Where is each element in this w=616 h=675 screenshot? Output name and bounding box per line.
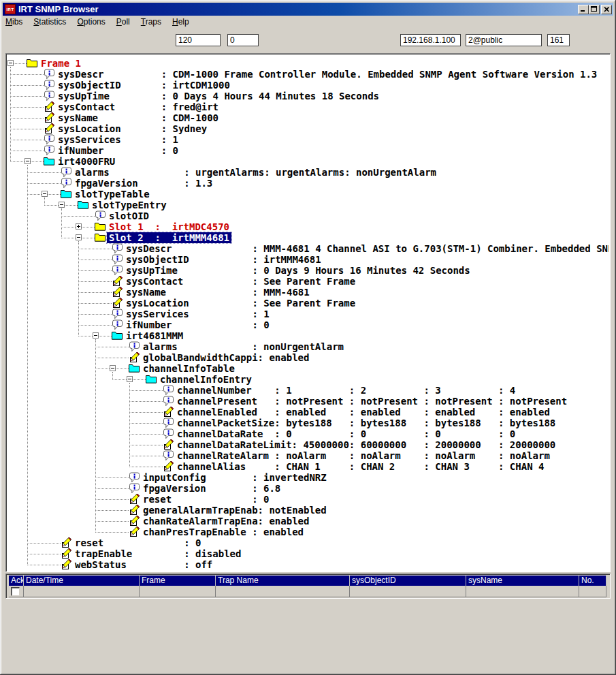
tree-item-label: sysUpTime : 0 Days 9 Hours 16 Minutes 42… [126, 265, 470, 276]
folder-icon [112, 330, 123, 341]
tree-item-label: slotOID [109, 210, 149, 221]
menu-mibs[interactable]: Mibs [5, 17, 22, 27]
tree-row-sysservices[interactable]: sysServices : 1 [7, 309, 609, 319]
tree-expander-minus[interactable] [110, 365, 116, 371]
info-icon [112, 319, 123, 330]
tree-row-channelenabled[interactable]: channelEnabled : enabled : enabled : ena… [7, 407, 609, 418]
tree-row-syscontact[interactable]: sysContact : fred@irt [7, 101, 609, 112]
write-icon [61, 537, 72, 548]
tree-row-fpgaversion[interactable]: fpgaVersion : 1.3 [7, 178, 609, 189]
port-field[interactable] [547, 34, 570, 46]
tree-connector [95, 510, 129, 511]
tree-row-channelpacketsize[interactable]: channelPacketSize: bytes188 : bytes188 :… [7, 418, 609, 428]
interval-field[interactable] [176, 34, 221, 46]
tree-expander-minus[interactable] [7, 60, 14, 66]
info-icon [163, 385, 174, 396]
write-icon [61, 559, 72, 570]
tree-row-fpgaversion[interactable]: fpgaVersion : 6.8 [7, 483, 609, 494]
tree-row-sysobjectid[interactable]: sysObjectID : irtCDM1000 [7, 80, 609, 91]
tree-row-syslocation[interactable]: sysLocation : Sydney [7, 123, 609, 134]
ack-checkbox[interactable] [11, 587, 20, 596]
tree-row-sysuptime[interactable]: sysUpTime : 0 Days 4 Hours 44 Minutes 18… [7, 91, 609, 101]
tree-guide-line [78, 241, 79, 336]
tree-row-chanratealarmtrapena[interactable]: chanRateAlarmTrapEna: enabled [7, 516, 609, 527]
tree-row-reset[interactable]: reset : 0 [7, 537, 609, 548]
tree-row-irt4000fru[interactable]: irt4000FRU [7, 156, 609, 167]
counter-field[interactable] [227, 34, 259, 46]
tree-row-sysname[interactable]: sysName : MMM-4681 [7, 287, 609, 298]
tree-row-ifnumber[interactable]: ifNumber : 0 [7, 319, 609, 330]
tree-expander-plus[interactable] [76, 223, 82, 230]
tree-row-channelinfoentry[interactable]: channelInfoEntry [7, 374, 609, 385]
tree-expander-minus[interactable] [93, 332, 99, 339]
tree-connector [78, 270, 112, 271]
menu-statistics[interactable]: Statistics [33, 17, 66, 27]
tree-row-alarms[interactable]: alarms : nonUrgentAlarm [7, 341, 609, 352]
tree-row-syslocation[interactable]: sysLocation : See Parent Frame [7, 298, 609, 309]
tree-connector [95, 532, 129, 533]
tree-row-channelratealarm[interactable]: channelRateAlarm : noAlarm : noAlarm : n… [7, 450, 609, 461]
write-icon [112, 287, 123, 298]
trap-col-date-time: Date/Time [24, 576, 140, 586]
tree-expander-minus[interactable] [76, 234, 82, 240]
menu-help[interactable]: Help [172, 17, 189, 27]
tree-row-chanprestrapenable[interactable]: chanPresTrapEnable : enabled [7, 527, 609, 537]
tree-item-label: sysContact : See Parent Frame [126, 276, 355, 287]
tree-item-label: alarms : nonUrgentAlarm [143, 341, 344, 352]
community-field[interactable] [466, 34, 542, 46]
tree-row-reset[interactable]: reset : 0 [7, 494, 609, 505]
menu-options[interactable]: Options [77, 17, 105, 27]
tree-row-slottypetable[interactable]: slotTypeTable [7, 189, 609, 200]
tree-row-sysdescr[interactable]: sysDescr : CDM-1000 Frame Controller Mod… [7, 69, 609, 80]
tree-row-channelpresent[interactable]: channelPresent : notPresent : notPresent… [7, 396, 609, 407]
tree-expander-minus[interactable] [59, 202, 65, 208]
tree-row-trapenable[interactable]: trapEnable : disabled [7, 548, 609, 559]
tree-item-label: irt4000FRU [58, 156, 115, 167]
menu-poll[interactable]: Poll [116, 17, 130, 27]
tree-row-slot-2-irtmmm4681[interactable]: Slot 2 : irtMMM4681 [7, 232, 609, 243]
tree-item-label: reset : 0 [143, 494, 269, 505]
tree-expander-minus[interactable] [42, 191, 48, 197]
tree-row-alarms[interactable]: alarms : urgentAlarms: urgentAlarms: non… [7, 167, 609, 178]
write-icon [44, 112, 55, 123]
tree-row-sysobjectid[interactable]: sysObjectID : irtMMM4681 [7, 254, 609, 265]
tree-row-sysuptime[interactable]: sysUpTime : 0 Days 9 Hours 16 Minutes 42… [7, 265, 609, 276]
tree-expander-minus[interactable] [25, 158, 31, 164]
tree-row-irt4681mmm[interactable]: irt4681MMM [7, 330, 609, 341]
tree-row-globalbandwidthcappi[interactable]: globalBandwidthCappi: enabled [7, 352, 609, 363]
tree-row-sysname[interactable]: sysName : CDM-1000 [7, 112, 609, 123]
title-bar[interactable]: IRT IRT SNMP Browser [3, 3, 613, 16]
tree-row-channelalias[interactable]: channelAlias : CHAN 1 : CHAN 2 : CHAN 3 … [7, 461, 609, 472]
tree-row-inputconfig[interactable]: inputConfig : invertedNRZ [7, 472, 609, 483]
menu-traps[interactable]: Traps [141, 17, 161, 27]
minimize-button[interactable] [578, 5, 589, 14]
ip-address-field[interactable] [400, 34, 461, 46]
write-icon [129, 516, 140, 527]
tree-row-channelinfotable[interactable]: channelInfoTable [7, 363, 609, 374]
tree-row-channeldatarate[interactable]: channelDataRate : 0 : 0 : 0 : 0 [7, 428, 609, 439]
tree-row-sysservices[interactable]: sysServices : 1 [7, 134, 609, 145]
trap-col-ack: Ack [9, 576, 24, 586]
maximize-button[interactable] [589, 5, 600, 14]
tree-expander-minus[interactable] [127, 376, 133, 382]
tree-row-slottypeentry[interactable]: slotTypeEntry [7, 200, 609, 210]
tree-row-ifnumber[interactable]: ifNumber : 0 [7, 145, 609, 156]
tree-row-channelnumber[interactable]: channelNumber : 1 : 2 : 3 : 4 [7, 385, 609, 396]
tree-item-label: channelPacketSize: bytes188 : bytes188 :… [177, 418, 573, 428]
tree-row-sysdescr[interactable]: sysDescr : MMM-4681 4 Channel ASI to G.7… [7, 243, 609, 254]
folder-icon [27, 58, 38, 69]
tree-item-label: irt4681MMM [126, 330, 183, 341]
tree-row-frame-1[interactable]: Frame 1 [7, 58, 609, 69]
tree-row-slot-1-irtmdc4570[interactable]: Slot 1 : irtMDC4570 [7, 221, 609, 232]
tree-row-webstatus[interactable]: webStatus : off [7, 559, 609, 570]
tree-row-slotoid[interactable]: slotOID [7, 210, 609, 221]
tree-connector [129, 456, 163, 456]
tree-row-channeldataratelimit[interactable]: channelDataRateLimit: 45000000: 60000000… [7, 439, 609, 450]
tree-connector [78, 325, 112, 326]
tree-connector [129, 467, 163, 467]
tree-connector [27, 172, 61, 173]
tree-row-syscontact[interactable]: sysContact : See Parent Frame [7, 276, 609, 287]
tree-row-generalalarmtrapenab[interactable]: generalAlarmTrapEnab: notEnabled [7, 505, 609, 516]
close-button[interactable] [601, 5, 612, 14]
write-icon [163, 461, 174, 472]
